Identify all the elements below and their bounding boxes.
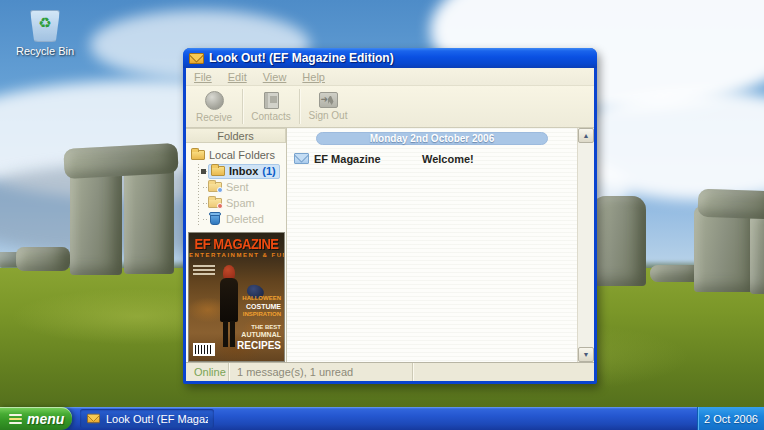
message-row[interactable]: EF Magazine Welcome! xyxy=(287,151,577,166)
spam-label: Spam xyxy=(226,197,255,209)
folder-inbox[interactable]: Inbox (1) xyxy=(191,163,286,179)
menu-button-label: menu xyxy=(27,411,64,427)
sent-label: Sent xyxy=(226,181,249,193)
recycle-arrows-icon: ♻ xyxy=(31,15,59,30)
system-tray: 2 Oct 2006 xyxy=(697,407,764,430)
message-list: Monday 2nd October 2006 EF Magazine Welc… xyxy=(287,128,594,362)
titlebar[interactable]: Look Out! (EF Magazine Edition) xyxy=(183,48,597,68)
deleted-label: Deleted xyxy=(226,213,264,225)
stonehenge-stone xyxy=(590,196,646,286)
receive-icon xyxy=(205,91,224,110)
message-count-status: 1 message(s), 1 unread xyxy=(228,363,412,381)
folders-panel-header: Folders xyxy=(186,128,286,143)
stonehenge-stone xyxy=(750,212,764,294)
cover-person-legs xyxy=(223,321,235,347)
sign-out-button[interactable]: Sign Out xyxy=(300,86,356,127)
message-list-content: Monday 2nd October 2006 EF Magazine Welc… xyxy=(287,128,594,362)
cover-person xyxy=(220,278,238,322)
receive-label: Receive xyxy=(196,112,232,123)
sign-out-label: Sign Out xyxy=(309,110,348,121)
folder-sent[interactable]: Sent xyxy=(191,179,286,195)
folder-deleted[interactable]: Deleted xyxy=(191,211,286,227)
cover-line: COSTUME xyxy=(237,303,281,312)
menubar: File Edit View Help xyxy=(186,68,594,86)
window-main-area: Folders Local Folders Inbox (1) xyxy=(186,128,594,362)
message-subject: Welcome! xyxy=(422,153,474,165)
scrollbar[interactable]: ▲ ▼ xyxy=(577,128,594,362)
scroll-down-button[interactable]: ▼ xyxy=(578,347,594,362)
spam-badge-icon xyxy=(217,203,223,209)
message-sender: EF Magazine xyxy=(314,153,422,165)
taskbar-clock[interactable]: 2 Oct 2006 xyxy=(704,413,758,425)
task-label: Look Out! (EF Magazin... xyxy=(106,413,208,425)
taskbar: menu Look Out! (EF Magazin... 2 Oct 2006 xyxy=(0,407,764,430)
hamburger-icon xyxy=(9,414,22,424)
magazine-subtitle: ENTERTAINMENT & FUN xyxy=(189,252,284,258)
scroll-up-button[interactable]: ▲ xyxy=(578,128,594,143)
stonehenge-stone xyxy=(694,206,758,292)
trash-icon xyxy=(210,213,220,225)
cover-line: HALLOWEEN xyxy=(237,295,281,303)
taskbar-task-look-out[interactable]: Look Out! (EF Magazin... xyxy=(80,409,214,428)
inbox-unread-count: (1) xyxy=(262,165,275,177)
inbox-label: Inbox xyxy=(229,165,258,177)
stonehenge-lintel xyxy=(698,189,764,220)
desktop: ♻ Recycle Bin Look Out! (EF Magazine Edi… xyxy=(0,0,764,430)
statusbar-spacer xyxy=(412,363,594,381)
task-envelope-icon xyxy=(87,414,100,423)
window-title: Look Out! (EF Magazine Edition) xyxy=(209,51,394,65)
menu-start-button[interactable]: menu xyxy=(0,407,72,430)
spam-folder-icon xyxy=(208,198,222,208)
recycle-bin-desktop-icon[interactable]: ♻ Recycle Bin xyxy=(6,10,84,57)
envelope-icon xyxy=(189,53,204,64)
sent-badge-icon xyxy=(217,187,223,193)
menu-view[interactable]: View xyxy=(263,71,287,83)
ef-magazine-cover: EF MAGAZINE ENTERTAINMENT & FUN HALLOWEE… xyxy=(188,232,285,362)
cover-line: RECIPES xyxy=(237,340,281,353)
recycle-bin-icon: ♻ xyxy=(30,10,60,42)
barcode xyxy=(193,343,215,356)
contacts-button[interactable]: Contacts xyxy=(243,86,299,127)
folder-tree: Local Folders Inbox (1) Sent xyxy=(186,143,286,227)
menu-edit[interactable]: Edit xyxy=(228,71,247,83)
toolbar: Receive Contacts Sign Out xyxy=(186,86,594,128)
menu-help[interactable]: Help xyxy=(302,71,325,83)
date-group-header: Monday 2nd October 2006 xyxy=(316,132,548,145)
magazine-cover-text: HALLOWEEN COSTUME INSPIRATION THE BEST A… xyxy=(237,295,281,353)
receive-button[interactable]: Receive xyxy=(186,86,242,127)
local-folders-label: Local Folders xyxy=(209,149,275,161)
folder-local-folders[interactable]: Local Folders xyxy=(191,147,286,163)
sent-folder-icon xyxy=(208,182,222,192)
magazine-fine-print xyxy=(193,265,215,277)
cover-line: AUTUMNAL xyxy=(237,331,281,340)
message-envelope-icon xyxy=(294,153,309,164)
look-out-window: Look Out! (EF Magazine Edition) File Edi… xyxy=(183,48,597,384)
tree-expand-node[interactable] xyxy=(201,169,206,174)
online-status: Online xyxy=(186,363,228,381)
cover-line: INSPIRATION xyxy=(237,311,281,319)
folder-spam[interactable]: Spam xyxy=(191,195,286,211)
cover-line: THE BEST xyxy=(237,324,281,332)
folders-panel: Folders Local Folders Inbox (1) xyxy=(186,128,287,362)
menu-file[interactable]: File xyxy=(194,71,212,83)
statusbar: Online 1 message(s), 1 unread xyxy=(186,362,594,381)
magazine-title: EF MAGAZINE xyxy=(189,235,284,252)
inbox-selection: Inbox (1) xyxy=(208,164,280,179)
contacts-label: Contacts xyxy=(251,111,290,122)
stonehenge-lintel xyxy=(63,143,178,179)
sign-out-icon xyxy=(319,92,338,108)
recycle-bin-label: Recycle Bin xyxy=(6,45,84,57)
contacts-icon xyxy=(264,92,279,109)
inbox-folder-icon xyxy=(211,166,225,176)
folder-icon xyxy=(191,150,205,160)
stonehenge-stone xyxy=(70,163,122,275)
stonehenge-stone xyxy=(16,247,70,271)
